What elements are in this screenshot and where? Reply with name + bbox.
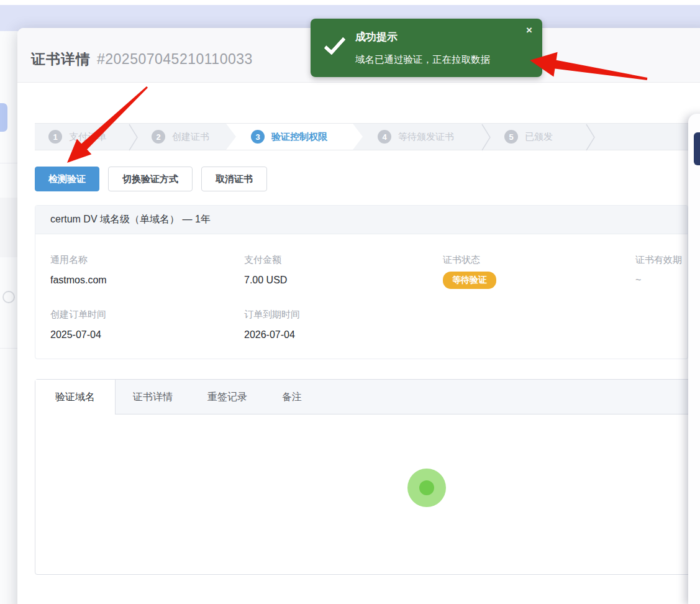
check-validation-button[interactable]: 检测验证: [35, 167, 99, 191]
field-common-name: 通用名称 fastmos.com: [50, 254, 107, 286]
certificate-info-card: certum DV 域名级（单域名） — 1年 通用名称 fastmos.com…: [35, 205, 688, 359]
step-number-badge: 3: [251, 130, 265, 144]
field-order-created: 创建订单时间 2025-07-04: [50, 309, 106, 341]
step-pay-order: 1 支付订单: [35, 124, 128, 150]
background-search-icon: [2, 291, 15, 303]
step-label: 等待颁发证书: [398, 131, 454, 143]
loading-spinner-core: [419, 480, 434, 495]
side-panel-handle-button[interactable]: [694, 132, 700, 165]
step-filler: [596, 124, 688, 150]
background-row: [0, 198, 17, 257]
step-wait-issue: 4 等待颁发证书: [363, 124, 481, 150]
field-cert-status: 证书状态 等待验证: [443, 254, 496, 289]
step-wizard: 1 支付订单 2 创建证书 3 验证控制权限 4 等待颁发证书 5 已颁发: [35, 123, 688, 150]
step-create-cert: 2 创建证书: [139, 124, 226, 150]
step-label: 已颁发: [525, 131, 553, 143]
field-label: 证书状态: [443, 254, 496, 266]
order-number: #202507045210110033: [97, 51, 253, 68]
step-number-badge: 5: [504, 130, 518, 144]
cancel-certificate-button[interactable]: 取消证书: [201, 167, 267, 191]
detail-tabs-panel: 验证域名 证书详情 重签记录 备注: [35, 379, 693, 575]
toast-message: 域名已通过验证，正在拉取数据: [355, 53, 490, 66]
action-bar: 检测验证 切换验证方式 取消证书: [35, 167, 276, 191]
field-label: 通用名称: [50, 254, 107, 266]
field-value: 2026-07-04: [244, 329, 300, 341]
tab-cert-details[interactable]: 证书详情: [116, 380, 190, 414]
product-title: certum DV 域名级（单域名） — 1年: [35, 206, 688, 234]
step-verify-control-active: 3 验证控制权限: [226, 124, 363, 150]
success-toast: 成功提示 域名已通过验证，正在拉取数据 ×: [311, 19, 542, 77]
field-value: fastmos.com: [50, 275, 107, 286]
check-icon: [324, 32, 345, 55]
step-separator-icon: [128, 124, 139, 151]
field-label: 创建订单时间: [50, 309, 106, 321]
field-label: 证书有效期: [635, 254, 682, 266]
step-number-badge: 2: [152, 130, 165, 144]
step-number-badge: 1: [48, 130, 62, 144]
background-divider: [0, 163, 17, 163]
step-separator-icon: [585, 124, 596, 151]
field-value: 7.00 USD: [244, 275, 287, 286]
field-label: 支付金额: [244, 254, 287, 266]
step-issued: 5 已颁发: [492, 124, 585, 150]
certificate-detail-modal: 证书详情 #202507045210110033 1 支付订单 2 创建证书 3…: [17, 28, 700, 604]
step-label: 验证控制权限: [271, 131, 327, 143]
step-number-badge: 4: [378, 130, 391, 144]
status-badge: 等待验证: [443, 272, 496, 289]
step-label: 创建证书: [172, 131, 209, 143]
field-cert-validity: 证书有效期 ~: [635, 254, 682, 286]
background-top-strip: [0, 0, 700, 5]
screen: 证书详情 #202507045210110033 1 支付订单 2 创建证书 3…: [0, 0, 700, 604]
field-label: 订单到期时间: [244, 309, 300, 321]
modal-title: 证书详情: [31, 50, 91, 69]
field-value: ~: [635, 275, 682, 286]
field-order-expiry: 订单到期时间 2026-07-04: [244, 309, 300, 341]
close-icon[interactable]: ×: [526, 25, 532, 35]
tab-verify-domain[interactable]: 验证域名: [35, 380, 116, 414]
step-label: 支付订单: [69, 131, 106, 143]
background-divider: [0, 348, 17, 349]
tab-reissue-records[interactable]: 重签记录: [190, 380, 265, 414]
switch-validation-method-button[interactable]: 切换验证方式: [108, 167, 193, 191]
tab-remarks[interactable]: 备注: [265, 380, 319, 414]
step-separator-icon: [481, 124, 492, 151]
side-floating-panel: [688, 114, 700, 604]
tab-strip: 验证域名 证书详情 重签记录 备注: [35, 380, 693, 414]
loading-spinner: [407, 469, 446, 507]
field-paid-amount: 支付金额 7.00 USD: [244, 254, 287, 286]
background-sidebar-active-item: [0, 103, 7, 132]
toast-title: 成功提示: [355, 30, 398, 44]
field-value: 2025-07-04: [50, 329, 106, 341]
